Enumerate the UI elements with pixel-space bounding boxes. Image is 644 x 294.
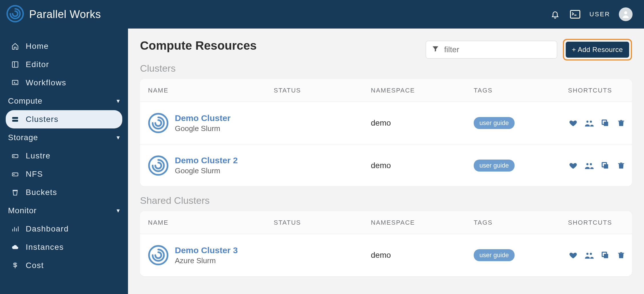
cluster-name-link[interactable]: Demo Cluster bbox=[175, 113, 231, 123]
svg-rect-10 bbox=[12, 173, 18, 176]
trash-icon[interactable] bbox=[616, 250, 626, 260]
table-row: Demo Cluster 3 Azure Slurm demo user gui… bbox=[140, 234, 632, 276]
cluster-name-link[interactable]: Demo Cluster 3 bbox=[175, 245, 238, 255]
svg-rect-8 bbox=[12, 155, 18, 158]
sidebar-item-label: Workflows bbox=[26, 78, 66, 87]
sidebar-item-cost[interactable]: Cost bbox=[6, 256, 122, 275]
editor-icon bbox=[11, 60, 19, 69]
share-icon[interactable] bbox=[584, 250, 594, 260]
sidebar-item-clusters[interactable]: Clusters bbox=[6, 110, 122, 128]
cell-tags: user guide bbox=[474, 117, 568, 129]
table-row: Demo Cluster Google Slurm demo user guid… bbox=[140, 102, 632, 144]
sidebar-item-label: Instances bbox=[26, 243, 64, 252]
sidebar-item-buckets[interactable]: Buckets bbox=[6, 183, 122, 202]
trash-icon[interactable] bbox=[616, 118, 626, 128]
topbar: Parallel Works USER bbox=[0, 0, 644, 29]
tag-pill[interactable]: user guide bbox=[474, 117, 515, 129]
copy-icon[interactable] bbox=[600, 160, 610, 171]
favorite-icon[interactable] bbox=[568, 250, 578, 260]
svg-point-2 bbox=[624, 11, 627, 14]
chevron-down-icon: ▾ bbox=[117, 207, 120, 214]
trash-icon[interactable] bbox=[616, 160, 626, 171]
sidebar-item-editor[interactable]: Editor bbox=[6, 55, 122, 74]
sidebar-item-workflows[interactable]: Workflows bbox=[6, 74, 122, 92]
svg-rect-29 bbox=[604, 254, 608, 258]
main-content: Compute Resources + Add Resource Cluster… bbox=[128, 29, 644, 294]
brand[interactable]: Parallel Works bbox=[6, 5, 101, 24]
col-shortcuts: SHORTCUTS bbox=[568, 219, 624, 226]
col-status: STATUS bbox=[274, 87, 371, 94]
dollar-icon bbox=[11, 261, 19, 270]
sidebar-section-monitor[interactable]: Monitor ▾ bbox=[6, 202, 122, 220]
sidebar-item-label: Editor bbox=[26, 60, 49, 69]
svg-rect-6 bbox=[12, 117, 18, 118]
copy-icon[interactable] bbox=[600, 118, 610, 128]
chevron-down-icon: ▾ bbox=[117, 97, 120, 105]
svg-point-27 bbox=[586, 253, 588, 255]
cell-name: Demo Cluster 2 Google Slurm bbox=[148, 155, 274, 176]
sidebar: Home Editor Workflows Compute ▾ Clusters bbox=[0, 29, 128, 294]
cell-namespace: demo bbox=[371, 251, 474, 260]
sidebar-item-label: Home bbox=[26, 42, 49, 51]
chevron-down-icon: ▾ bbox=[117, 134, 120, 141]
share-icon[interactable] bbox=[584, 160, 594, 171]
sidebar-section-compute[interactable]: Compute ▾ bbox=[6, 92, 122, 110]
col-name: NAME bbox=[148, 219, 274, 226]
sidebar-item-label: Lustre bbox=[26, 151, 51, 160]
share-icon[interactable] bbox=[584, 118, 594, 128]
col-namespace: NAMESPACE bbox=[371, 87, 474, 94]
sidebar-section-storage[interactable]: Storage ▾ bbox=[6, 128, 122, 147]
tag-pill[interactable]: user guide bbox=[474, 160, 515, 172]
svg-point-21 bbox=[149, 156, 167, 175]
sidebar-item-instances[interactable]: Instances bbox=[6, 238, 122, 256]
sidebar-item-dashboard[interactable]: Dashboard bbox=[6, 220, 122, 238]
add-resource-button[interactable]: + Add Resource bbox=[566, 42, 629, 58]
svg-point-9 bbox=[14, 156, 14, 156]
cluster-name-link[interactable]: Demo Cluster 2 bbox=[175, 156, 238, 165]
col-tags: TAGS bbox=[474, 219, 568, 226]
col-tags: TAGS bbox=[474, 87, 568, 94]
sidebar-item-label: Dashboard bbox=[26, 224, 69, 233]
sidebar-item-label: Cost bbox=[26, 261, 44, 270]
tag-pill[interactable]: user guide bbox=[474, 249, 515, 261]
favorite-icon[interactable] bbox=[568, 118, 578, 128]
svg-point-17 bbox=[586, 121, 588, 123]
svg-rect-24 bbox=[604, 164, 608, 168]
cluster-subtitle: Google Slurm bbox=[175, 166, 238, 175]
brand-name: Parallel Works bbox=[29, 8, 101, 21]
svg-rect-5 bbox=[12, 80, 18, 84]
cloud-icon bbox=[11, 243, 19, 251]
favorite-icon[interactable] bbox=[568, 160, 578, 171]
chart-icon bbox=[11, 225, 19, 233]
cluster-subtitle: Google Slurm bbox=[175, 124, 231, 133]
filter-input-wrap[interactable] bbox=[426, 41, 557, 59]
sidebar-item-lustre[interactable]: Lustre bbox=[6, 147, 122, 165]
svg-rect-7 bbox=[12, 120, 18, 121]
cluster-logo-icon bbox=[148, 155, 169, 176]
bell-icon[interactable] bbox=[549, 9, 561, 20]
cell-tags: user guide bbox=[474, 249, 568, 261]
section-title: Clusters bbox=[140, 63, 632, 74]
section-label: Monitor bbox=[8, 206, 37, 215]
sidebar-item-label: NFS bbox=[26, 170, 43, 179]
sidebar-item-home[interactable]: Home bbox=[6, 37, 122, 55]
svg-rect-1 bbox=[570, 11, 580, 18]
avatar[interactable] bbox=[619, 7, 633, 21]
terminal-icon[interactable] bbox=[569, 9, 581, 20]
table-card: NAME STATUS NAMESPACE TAGS SHORTCUTS Dem… bbox=[140, 79, 632, 186]
add-resource-highlight: + Add Resource bbox=[563, 39, 632, 61]
section-title: Shared Clusters bbox=[140, 195, 632, 206]
svg-point-11 bbox=[14, 174, 14, 175]
page-header: Compute Resources + Add Resource bbox=[140, 39, 632, 61]
page-title: Compute Resources bbox=[140, 39, 257, 53]
disk-icon bbox=[11, 152, 19, 160]
copy-icon[interactable] bbox=[600, 250, 610, 260]
sidebar-item-nfs[interactable]: NFS bbox=[6, 165, 122, 183]
sidebar-item-label: Buckets bbox=[26, 188, 57, 197]
cell-namespace: demo bbox=[371, 161, 474, 170]
cell-name: Demo Cluster 3 Azure Slurm bbox=[148, 245, 274, 265]
svg-point-16 bbox=[149, 114, 167, 132]
svg-rect-3 bbox=[12, 62, 18, 67]
section-label: Compute bbox=[8, 96, 43, 106]
filter-input[interactable] bbox=[444, 45, 551, 55]
